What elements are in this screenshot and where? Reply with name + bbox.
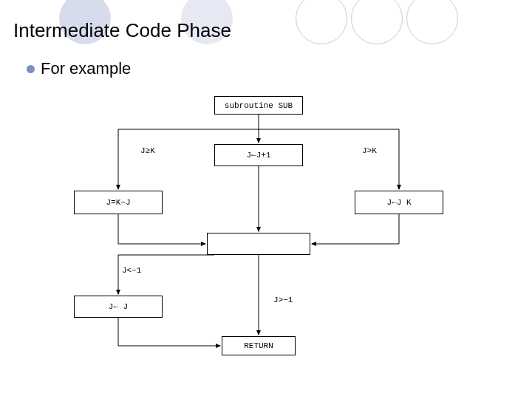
circle-decor	[351, 0, 403, 44]
circle-decor	[296, 0, 347, 44]
bullet-icon	[27, 65, 35, 73]
bullet-item: For example	[27, 59, 131, 78]
bullet-text: For example	[41, 59, 131, 78]
diagram-edges	[44, 89, 488, 384]
page-title: Intermediate Code Phase	[13, 19, 231, 42]
flow-diagram: subroutine SUB J←J+1 J=K−J J←J K J← J RE…	[44, 89, 488, 384]
circle-decor	[406, 0, 458, 44]
